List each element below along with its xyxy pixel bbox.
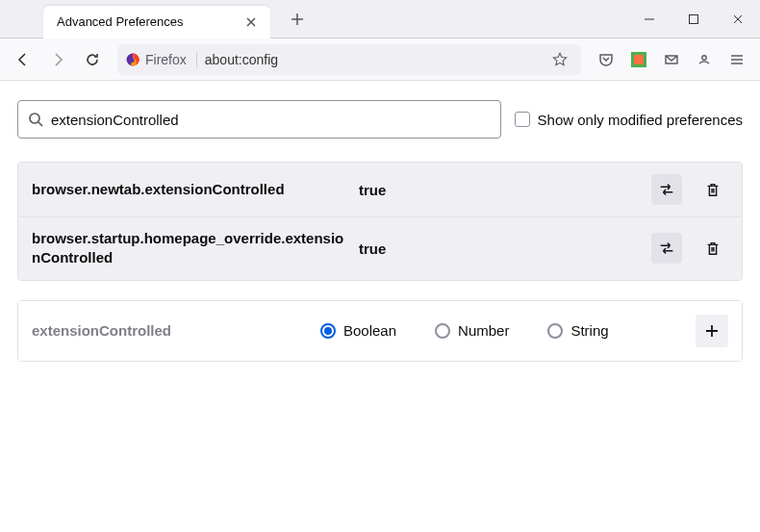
svg-point-3 <box>30 114 39 123</box>
pref-actions <box>651 174 728 205</box>
radio-icon <box>547 323 563 339</box>
plus-icon <box>704 323 720 339</box>
forward-button[interactable] <box>42 44 73 75</box>
add-pref-button[interactable] <box>696 315 728 347</box>
toolbar-end-icons <box>591 44 752 75</box>
add-pref-row: extensionControlled Boolean Number Strin… <box>18 301 742 361</box>
window-controls <box>627 0 760 38</box>
identity-box[interactable]: Firefox <box>125 52 197 67</box>
extension-button[interactable] <box>623 44 654 75</box>
pref-value: true <box>359 241 642 257</box>
show-only-label: Show only modified preferences <box>538 112 743 128</box>
pref-actions <box>651 233 728 264</box>
radio-icon <box>320 323 336 339</box>
search-row: extensionControlled Show only modified p… <box>17 100 743 139</box>
tab-title: Advanced Preferences <box>57 14 241 29</box>
radio-label: Boolean <box>343 322 396 339</box>
add-pref-name: extensionControlled <box>32 322 311 339</box>
close-window-button[interactable] <box>716 0 760 38</box>
toggle-button[interactable] <box>651 174 682 205</box>
navigation-toolbar: Firefox about:config <box>0 38 760 81</box>
pref-row[interactable]: browser.newtab.extensionControlled true <box>18 163 742 217</box>
search-icon <box>28 112 43 127</box>
account-button[interactable] <box>689 44 720 75</box>
pref-name: browser.newtab.extensionControlled <box>32 180 349 199</box>
firefox-logo-icon <box>125 52 140 67</box>
prefs-list: browser.newtab.extensionControlled true … <box>17 162 743 281</box>
show-only-modified-checkbox[interactable]: Show only modified preferences <box>515 112 743 128</box>
search-value: extensionControlled <box>51 112 179 128</box>
svg-rect-0 <box>690 14 698 23</box>
pref-value: true <box>359 182 642 198</box>
bookmark-star-button[interactable] <box>546 51 573 68</box>
type-choices: Boolean Number String <box>320 322 686 339</box>
pref-row[interactable]: browser.startup.homepage_override.extens… <box>18 217 742 280</box>
about-config-content: extensionControlled Show only modified p… <box>0 81 760 381</box>
checkbox-icon <box>515 112 530 127</box>
type-radio-number[interactable]: Number <box>435 322 509 339</box>
tab-close-button[interactable] <box>241 13 261 32</box>
maximize-button[interactable] <box>671 0 716 38</box>
toggle-icon <box>658 181 675 198</box>
back-button[interactable] <box>8 44 38 75</box>
delete-button[interactable] <box>697 174 728 205</box>
trash-icon <box>704 240 722 257</box>
app-menu-button[interactable] <box>722 44 752 75</box>
new-tab-button[interactable] <box>284 6 311 33</box>
minimize-button[interactable] <box>627 0 671 38</box>
reload-button[interactable] <box>77 44 108 75</box>
titlebar: Advanced Preferences <box>0 0 760 38</box>
extension-icon <box>631 52 646 67</box>
url-text: about:config <box>203 52 541 67</box>
add-pref-group: extensionControlled Boolean Number Strin… <box>17 300 743 362</box>
tab-advanced-preferences[interactable]: Advanced Preferences <box>43 6 270 38</box>
radio-label: String <box>570 322 608 339</box>
url-bar[interactable]: Firefox about:config <box>117 44 581 75</box>
delete-button[interactable] <box>697 233 728 264</box>
type-radio-string[interactable]: String <box>547 322 608 339</box>
trash-icon <box>704 181 722 198</box>
pocket-button[interactable] <box>591 44 621 75</box>
pref-name: browser.startup.homepage_override.extens… <box>32 229 349 268</box>
inbox-button[interactable] <box>656 44 687 75</box>
config-search-input[interactable]: extensionControlled <box>17 100 501 139</box>
toggle-icon <box>658 240 675 257</box>
identity-label: Firefox <box>145 52 187 67</box>
tab-strip: Advanced Preferences <box>0 0 627 38</box>
radio-icon <box>435 323 450 339</box>
svg-point-2 <box>702 55 706 59</box>
radio-label: Number <box>458 322 509 339</box>
type-radio-boolean[interactable]: Boolean <box>320 322 396 339</box>
toggle-button[interactable] <box>651 233 682 264</box>
